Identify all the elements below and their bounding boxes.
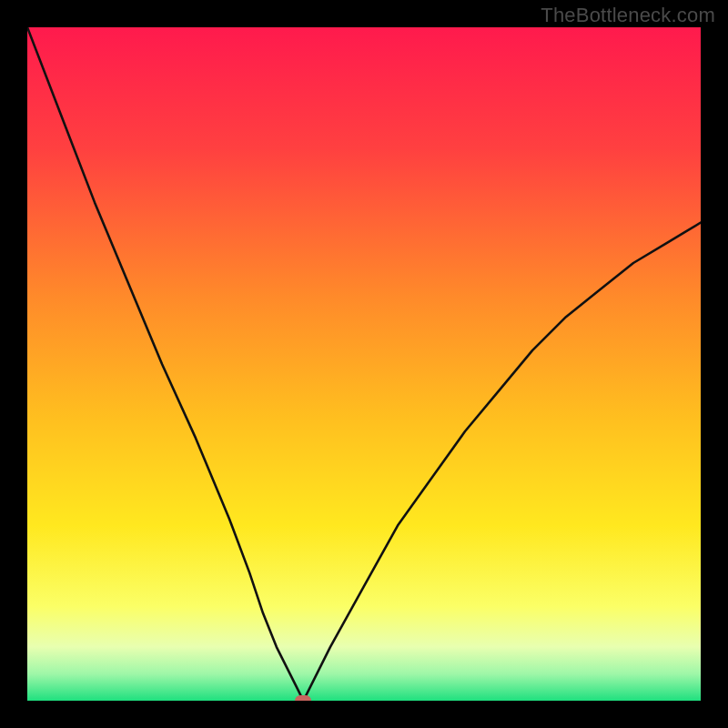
chart-container: TheBottleneck.com [0, 0, 728, 728]
optimum-marker [295, 695, 311, 701]
plot-area [27, 27, 701, 701]
watermark-text: TheBottleneck.com [541, 4, 715, 27]
bottleneck-curve [27, 27, 701, 701]
